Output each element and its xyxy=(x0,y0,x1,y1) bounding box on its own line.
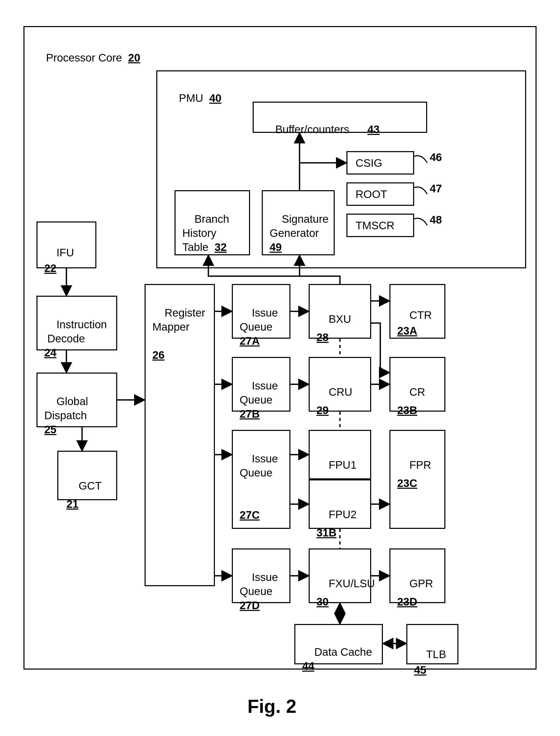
iq-d-title-text: Issue Queue xyxy=(240,571,278,597)
fxu-title: FXU/LSU30 xyxy=(316,556,375,629)
bxu-title-text: BXU xyxy=(329,313,351,325)
gdisp-title: Global Dispatch25 xyxy=(44,380,88,451)
fpr-title-text: FPR xyxy=(409,459,431,471)
fpu2-ref: 31B xyxy=(316,527,337,539)
fxu-title-text: FXU/LSU xyxy=(329,577,375,590)
fpr-title: FPR23C xyxy=(397,438,431,511)
buffer-title: Buffer/counters 43 xyxy=(263,111,379,148)
tmscr-title: TMSCR xyxy=(356,219,394,232)
tlb-title: TLB45 xyxy=(414,631,446,694)
bxu-ref: 28 xyxy=(316,331,329,343)
gdisp-ref: 25 xyxy=(44,423,57,436)
rmap-title: Register Mapper26 xyxy=(152,292,205,376)
iq-a-title-text: Issue Queue xyxy=(240,307,278,333)
iq-c-title: Issue Queue27C xyxy=(240,438,278,536)
fpr-ref: 23C xyxy=(397,477,417,489)
dcache-ref: 44 xyxy=(302,660,314,672)
csig-ref: 46 xyxy=(430,151,442,164)
cru-ref: 29 xyxy=(316,404,329,416)
dcache-title: Data Cache44 xyxy=(302,631,372,687)
buffer-title-text: Buffer/counters xyxy=(275,123,349,135)
ifu-ref: 22 xyxy=(44,262,57,274)
root-ref: 47 xyxy=(430,182,442,195)
fpu1-title-text: FPU1 xyxy=(329,459,357,471)
tlb-ref: 45 xyxy=(414,664,426,676)
iq-b-title-text: Issue Queue xyxy=(240,380,278,406)
fxu-ref: 30 xyxy=(316,596,329,608)
figure-caption: Fig. 2 xyxy=(247,696,296,717)
ifu-title-text: IFU xyxy=(57,246,74,259)
ctr-title: CTR23A xyxy=(397,292,432,354)
bxu-title: BXU28 xyxy=(316,292,351,365)
ifu-title: IFU22 xyxy=(44,229,74,292)
tmscr-ref: 48 xyxy=(430,214,442,226)
gpr-ref: 23D xyxy=(397,596,417,608)
siggen-ref: 49 xyxy=(270,241,282,253)
iq-d-title: Issue Queue27D xyxy=(240,556,278,627)
idec-ref: 24 xyxy=(44,347,57,359)
ctr-title-text: CTR xyxy=(409,309,432,321)
fpu2-title-text: FPU2 xyxy=(329,508,357,521)
cru-title-text: CRU xyxy=(329,386,352,398)
gct-title-text: GCT xyxy=(79,480,102,492)
page: Processor Core 20 PMU 40 Buffer/counters… xyxy=(0,0,560,736)
ctr-ref: 23A xyxy=(397,325,417,337)
gct-title: GCT21 xyxy=(66,459,102,531)
siggen-title-text: Signature Generator xyxy=(270,213,328,239)
idec-title-text: Instruction Decode xyxy=(44,318,107,345)
processor-core-title: Processor Core 20 xyxy=(34,39,140,77)
pmu-title: PMU 40 xyxy=(167,79,221,117)
gpr-title-text: GPR xyxy=(409,577,433,590)
csig-title: CSIG xyxy=(356,157,382,169)
iq-b-ref: 27B xyxy=(240,408,260,420)
root-title: ROOT xyxy=(356,188,387,201)
cr-title: CR23B xyxy=(397,365,425,438)
tlb-title-text: TLB xyxy=(426,648,446,660)
bht-title: Branch History Table 32 xyxy=(182,198,229,268)
iq-d-ref: 27D xyxy=(240,599,260,611)
dcache-title-text: Data Cache xyxy=(314,646,372,658)
rmap-title-text: Register Mapper xyxy=(152,307,205,333)
processor-core-title-text: Processor Core xyxy=(46,52,122,64)
iq-b-title: Issue Queue27B xyxy=(240,365,278,435)
buffer-ref: 43 xyxy=(368,123,380,135)
gct-ref: 21 xyxy=(66,498,79,510)
cru-title: CRU29 xyxy=(316,365,352,438)
idec-title: Instruction Decode24 xyxy=(44,304,107,374)
pmu-title-text: PMU xyxy=(179,92,203,104)
bht-ref: 32 xyxy=(215,241,227,253)
rmap-ref: 26 xyxy=(152,349,165,361)
pmu-ref: 40 xyxy=(209,92,221,104)
iq-c-title-text: Issue Queue xyxy=(240,453,278,479)
processor-core-ref: 20 xyxy=(128,52,140,64)
cr-ref: 23B xyxy=(397,404,417,416)
iq-a-ref: 27A xyxy=(240,335,260,347)
gdisp-title-text: Global Dispatch xyxy=(44,395,88,422)
gpr-title: GPR23D xyxy=(397,556,433,629)
siggen-title: Signature Generator49 xyxy=(270,198,328,268)
iq-a-title: Issue Queue27A xyxy=(240,292,278,362)
iq-c-ref: 27C xyxy=(240,509,260,521)
cr-title-text: CR xyxy=(409,386,425,398)
